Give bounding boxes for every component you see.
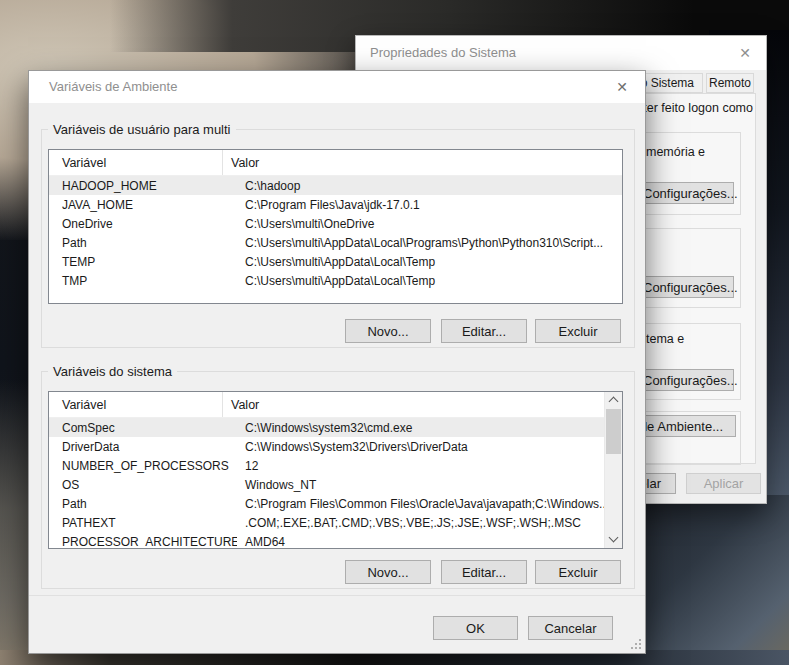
scroll-down-button[interactable] — [605, 531, 622, 548]
user-variables-table: Variável Valor HADOOP_HOME C:\hadoop JAV… — [48, 149, 623, 304]
system-variables-label: Variáveis do sistema — [48, 364, 177, 379]
table-row[interactable]: Path C:\Users\multi\AppData\Local\Progra… — [49, 233, 622, 252]
variable-name: TEMP — [49, 255, 237, 269]
apply-button[interactable]: Aplicar — [686, 473, 761, 494]
cancel-button[interactable]: Cancelar — [528, 616, 613, 640]
variable-value: C:\hadoop — [237, 179, 622, 193]
user-new-button[interactable]: Novo... — [345, 319, 431, 343]
user-edit-button[interactable]: Editar... — [441, 319, 527, 343]
variable-value: C:\Windows\system32\cmd.exe — [237, 421, 622, 435]
variable-value: Windows_NT — [237, 478, 622, 492]
variable-value: .COM;.EXE;.BAT;.CMD;.VBS;.VBE;.JS;.JSE;.… — [237, 516, 622, 530]
table-row[interactable]: OS Windows_NT — [49, 475, 622, 494]
variable-value: C:\Users\multi\AppData\Local\Programs\Py… — [237, 236, 622, 250]
table-row[interactable]: PATHEXT .COM;.EXE;.BAT;.CMD;.VBS;.VBE;.J… — [49, 513, 622, 532]
table-header: Variável Valor — [49, 150, 622, 176]
user-delete-button[interactable]: Excluir — [535, 319, 621, 343]
variable-name: OneDrive — [49, 217, 237, 231]
column-header-value[interactable]: Valor — [223, 398, 622, 412]
startup-text: tema e — [646, 332, 684, 346]
table-row[interactable]: Path C:\Program Files\Common Files\Oracl… — [49, 494, 622, 513]
variable-name: NUMBER_OF_PROCESSORS — [49, 459, 237, 473]
env-vars-titlebar[interactable]: Variáveis de Ambiente ✕ — [29, 71, 645, 103]
variable-value: C:\Program Files\Java\jdk-17.0.1 — [237, 198, 622, 212]
variable-value: C:\Users\multi\OneDrive — [237, 217, 622, 231]
variable-value: C:\Program Files\Common Files\Oracle\Jav… — [237, 497, 622, 511]
variable-name: OS — [49, 478, 237, 492]
variable-name: PROCESSOR_ARCHITECTURE — [49, 535, 237, 549]
variable-name: TMP — [49, 274, 237, 288]
variable-name: Path — [49, 497, 237, 511]
table-row[interactable]: ComSpec C:\Windows\system32\cmd.exe — [49, 418, 622, 437]
column-header-value[interactable]: Valor — [223, 156, 622, 170]
close-icon[interactable]: ✕ — [730, 36, 760, 70]
chevron-down-icon — [609, 533, 619, 543]
column-header-variable[interactable]: Variável — [49, 150, 223, 175]
vertical-scrollbar[interactable] — [604, 392, 622, 548]
table-row[interactable]: PROCESSOR_ARCHITECTURE AMD64 — [49, 532, 622, 549]
variable-name: HADOOP_HOME — [49, 179, 237, 193]
scrollbar-thumb[interactable] — [606, 409, 621, 454]
window-title: Propriedades do Sistema — [370, 36, 516, 70]
close-icon[interactable]: ✕ — [607, 71, 637, 103]
system-variables-table: Variável Valor ComSpec C:\Windows\system… — [48, 391, 623, 549]
variable-value: AMD64 — [237, 535, 622, 549]
table-row[interactable]: JAVA_HOME C:\Program Files\Java\jdk-17.0… — [49, 195, 622, 214]
footer-divider — [29, 595, 645, 596]
ok-button[interactable]: OK — [433, 616, 518, 640]
user-variables-label: Variáveis de usuário para multi — [48, 122, 236, 137]
table-row[interactable]: HADOOP_HOME C:\hadoop — [49, 176, 622, 195]
profiles-settings-button[interactable]: Configurações... — [642, 276, 734, 298]
screen: Propriedades do Sistema ✕ do Sistema Rem… — [0, 0, 789, 665]
system-new-button[interactable]: Novo... — [345, 560, 431, 584]
resize-grip-icon[interactable] — [629, 637, 642, 650]
table-row[interactable]: TMP C:\Users\multi\AppData\Local\Temp — [49, 271, 622, 290]
variable-name: Path — [49, 236, 237, 250]
logon-text: ter feito logon como — [643, 101, 753, 115]
performance-settings-button[interactable]: Configurações... — [642, 182, 734, 204]
scroll-up-button[interactable] — [605, 392, 622, 409]
table-row[interactable]: OneDrive C:\Users\multi\OneDrive — [49, 214, 622, 233]
tab-remoto[interactable]: Remoto — [706, 73, 754, 93]
variable-name: JAVA_HOME — [49, 198, 237, 212]
column-header-variable[interactable]: Variável — [49, 392, 223, 417]
performance-text: memória e — [646, 145, 705, 159]
variable-value: 12 — [237, 459, 622, 473]
window-title: Variáveis de Ambiente — [49, 71, 177, 103]
table-row[interactable]: NUMBER_OF_PROCESSORS 12 — [49, 456, 622, 475]
startup-settings-button[interactable]: Configurações... — [642, 369, 734, 391]
table-row[interactable]: DriverData C:\Windows\System32\Drivers\D… — [49, 437, 622, 456]
variable-value: C:\Users\multi\AppData\Local\Temp — [237, 274, 622, 288]
system-edit-button[interactable]: Editar... — [441, 560, 527, 584]
system-delete-button[interactable]: Excluir — [535, 560, 621, 584]
variable-value: C:\Users\multi\AppData\Local\Temp — [237, 255, 622, 269]
table-header: Variável Valor — [49, 392, 622, 418]
table-row[interactable]: TEMP C:\Users\multi\AppData\Local\Temp — [49, 252, 622, 271]
variable-name: ComSpec — [49, 421, 237, 435]
system-properties-titlebar[interactable]: Propriedades do Sistema ✕ — [356, 36, 766, 70]
variable-name: DriverData — [49, 440, 237, 454]
variable-value: C:\Windows\System32\Drivers\DriverData — [237, 440, 622, 454]
chevron-up-icon — [609, 397, 619, 407]
environment-variables-dialog: Variáveis de Ambiente ✕ Variáveis de usu… — [28, 70, 646, 654]
variable-name: PATHEXT — [49, 516, 237, 530]
